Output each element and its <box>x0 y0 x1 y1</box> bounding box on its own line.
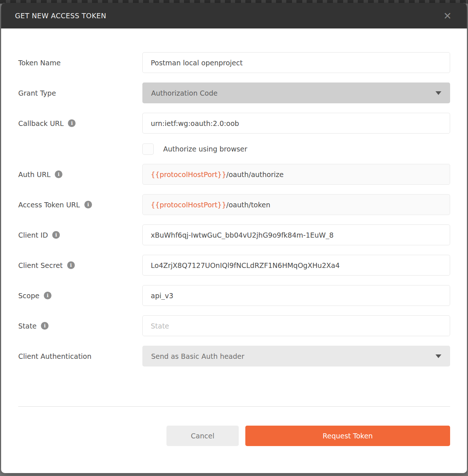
client-secret-input[interactable] <box>142 255 450 276</box>
request-token-button[interactable]: Request Token <box>245 426 450 446</box>
grant-type-label: Grant Type <box>18 89 56 97</box>
grant-type-selected-value: Authorization Code <box>151 89 218 97</box>
authorize-browser-checkbox[interactable] <box>142 143 154 155</box>
environment-variable: {{protocolHostPort}} <box>151 201 226 209</box>
client-id-row: Client ID i <box>18 224 450 245</box>
info-icon[interactable]: i <box>44 292 51 299</box>
client-secret-row: Client Secret i <box>18 255 450 276</box>
close-icon[interactable]: ✕ <box>442 10 453 22</box>
auth-url-label: Auth URL <box>18 170 50 178</box>
dialog-body: Token Name Grant Type Authorization Code… <box>1 28 467 446</box>
chevron-down-icon <box>436 354 441 358</box>
dialog-footer: Cancel Request Token <box>18 407 450 446</box>
client-id-input[interactable] <box>142 224 450 245</box>
info-icon[interactable]: i <box>52 231 60 239</box>
info-icon[interactable]: i <box>84 201 92 208</box>
auth-url-path: /oauth/authorize <box>226 170 284 178</box>
info-icon[interactable]: i <box>41 322 49 330</box>
state-row: State i <box>18 315 450 336</box>
state-input[interactable] <box>142 315 450 336</box>
scope-input[interactable] <box>142 285 450 306</box>
token-name-label: Token Name <box>18 59 61 67</box>
auth-url-input[interactable]: {{protocolHostPort}}/oauth/authorize <box>142 164 450 185</box>
scope-row: Scope i <box>18 285 450 306</box>
grant-type-row: Grant Type Authorization Code <box>18 82 450 103</box>
token-name-row: Token Name <box>18 52 450 73</box>
access-token-url-path: /oauth/token <box>226 201 271 209</box>
info-icon[interactable]: i <box>55 170 62 178</box>
authorize-browser-row: Authorize using browser <box>18 143 450 155</box>
auth-url-row: Auth URL i {{protocolHostPort}}/oauth/au… <box>18 164 450 185</box>
dialog-title: GET NEW ACCESS TOKEN <box>15 12 106 20</box>
callback-url-input[interactable] <box>142 113 450 134</box>
client-authentication-label: Client Authentication <box>18 352 92 360</box>
access-token-url-input[interactable]: {{protocolHostPort}}/oauth/token <box>142 194 450 215</box>
client-authentication-selected-value: Send as Basic Auth header <box>151 352 244 360</box>
state-label: State <box>18 322 37 330</box>
get-new-access-token-dialog: GET NEW ACCESS TOKEN ✕ Token Name Grant … <box>1 3 467 473</box>
client-secret-label: Client Secret <box>18 261 63 269</box>
token-name-input[interactable] <box>142 52 450 73</box>
info-icon[interactable]: i <box>68 119 76 127</box>
chevron-down-icon <box>436 91 441 95</box>
access-token-url-row: Access Token URL i {{protocolHostPort}}/… <box>18 194 450 215</box>
dialog-header: GET NEW ACCESS TOKEN ✕ <box>1 3 467 28</box>
client-authentication-row: Client Authentication Send as Basic Auth… <box>18 346 450 366</box>
environment-variable: {{protocolHostPort}} <box>151 170 226 178</box>
info-icon[interactable]: i <box>67 261 75 269</box>
callback-url-row: Callback URL i <box>18 113 450 134</box>
client-authentication-select[interactable]: Send as Basic Auth header <box>142 346 450 366</box>
scope-label: Scope <box>18 292 39 300</box>
grant-type-select[interactable]: Authorization Code <box>142 82 450 103</box>
client-id-label: Client ID <box>18 231 48 239</box>
callback-url-label: Callback URL <box>18 119 64 127</box>
cancel-button[interactable]: Cancel <box>166 426 239 446</box>
access-token-url-label: Access Token URL <box>18 201 80 209</box>
authorize-browser-label: Authorize using browser <box>163 145 247 153</box>
